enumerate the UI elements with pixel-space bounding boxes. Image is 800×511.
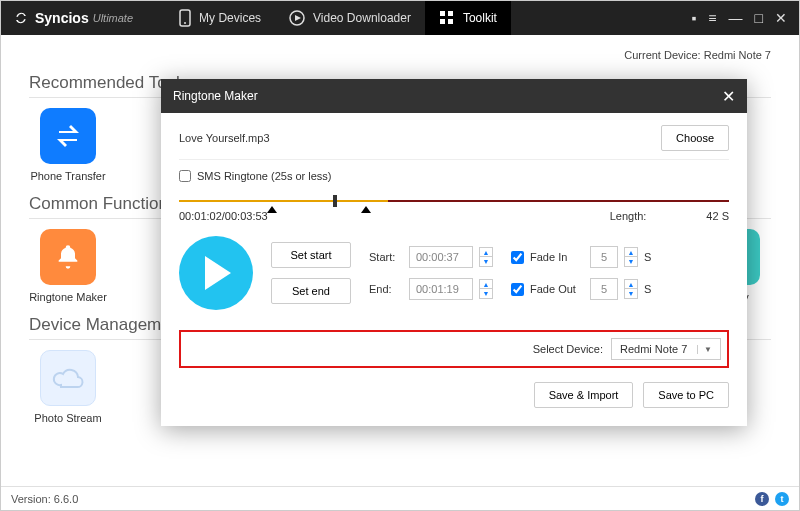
dialog-title: Ringtone Maker (173, 89, 258, 103)
svg-marker-3 (295, 15, 301, 21)
menu-icon[interactable]: ≡ (708, 10, 716, 26)
close-icon[interactable]: ✕ (722, 87, 735, 106)
chevron-up-icon[interactable]: ▲ (480, 280, 492, 289)
tile-ringtone-maker-label: Ringtone Maker (29, 291, 107, 303)
fade-out-checkbox[interactable]: Fade Out ▲▼ S (511, 278, 651, 300)
grid-icon (439, 10, 455, 26)
fade-in-spinner[interactable]: ▲▼ (624, 247, 638, 267)
bell-icon (40, 229, 96, 285)
svg-rect-6 (440, 19, 445, 24)
start-time-input[interactable] (409, 246, 473, 268)
select-device-value: Redmi Note 7 (620, 343, 687, 355)
seconds-unit: S (644, 283, 651, 295)
ringtone-maker-dialog: Ringtone Maker ✕ Love Yourself.mp3 Choos… (161, 79, 747, 426)
fade-out-label: Fade Out (530, 283, 584, 295)
svg-rect-5 (448, 11, 453, 16)
length-value: 42 S (706, 210, 729, 222)
window-controls: ▪ ≡ — □ ✕ (691, 10, 799, 26)
svg-marker-8 (205, 256, 231, 290)
play-icon (201, 256, 231, 290)
fade-in-label: Fade In (530, 251, 584, 263)
fade-in-seconds[interactable] (590, 246, 618, 268)
chevron-down-icon[interactable]: ▼ (480, 257, 492, 266)
tab-video-downloader-label: Video Downloader (313, 11, 411, 25)
choose-button[interactable]: Choose (661, 125, 729, 151)
chevron-up-icon[interactable]: ▲ (625, 280, 637, 289)
brand: Syncios Ultimate (1, 10, 145, 26)
select-device-row: Select Device: Redmi Note 7 ▼ (179, 330, 729, 368)
time-position: 00:01:02/00:03:53 (179, 210, 268, 222)
tile-phone-transfer[interactable]: Phone Transfer (29, 108, 107, 182)
svg-rect-4 (440, 11, 445, 16)
fade-in-input[interactable] (511, 251, 524, 264)
save-pc-button[interactable]: Save to PC (643, 382, 729, 408)
tab-my-devices[interactable]: My Devices (165, 1, 275, 35)
start-marker-icon[interactable] (267, 206, 277, 213)
tile-ringtone-maker[interactable]: Ringtone Maker (29, 229, 107, 303)
svg-rect-7 (448, 19, 453, 24)
current-device: Current Device: Redmi Note 7 (29, 49, 771, 61)
end-marker-icon[interactable] (361, 206, 371, 213)
sms-ringtone-label: SMS Ringtone (25s or less) (197, 170, 332, 182)
nav-tabs: My Devices Video Downloader Toolkit (165, 1, 511, 35)
dialog-header: Ringtone Maker ✕ (161, 79, 747, 113)
chevron-down-icon[interactable]: ▼ (625, 257, 637, 266)
chevron-down-icon[interactable]: ▼ (480, 289, 492, 298)
title-bar: Syncios Ultimate My Devices Video Downlo… (1, 1, 799, 35)
chevron-up-icon[interactable]: ▲ (625, 248, 637, 257)
syncios-logo-icon (13, 10, 29, 26)
cloud-icon (40, 350, 96, 406)
tab-toolkit-label: Toolkit (463, 11, 497, 25)
tab-toolkit[interactable]: Toolkit (425, 1, 511, 35)
tile-phone-transfer-label: Phone Transfer (29, 170, 107, 182)
phone-icon (179, 9, 191, 27)
tile-photo-stream-label: Photo Stream (29, 412, 107, 424)
select-device-label: Select Device: (533, 343, 603, 355)
version-label: Version: 6.6.0 (11, 493, 78, 505)
facebook-icon[interactable]: f (755, 492, 769, 506)
maximize-icon[interactable]: □ (755, 10, 763, 26)
end-label: End: (369, 283, 403, 295)
sms-ringtone-checkbox[interactable]: SMS Ringtone (25s or less) (179, 170, 332, 182)
fade-out-spinner[interactable]: ▲▼ (624, 279, 638, 299)
transfer-icon (40, 108, 96, 164)
tile-photo-stream[interactable]: Photo Stream (29, 350, 107, 424)
chat-icon[interactable]: ▪ (691, 10, 696, 26)
fade-out-seconds[interactable] (590, 278, 618, 300)
end-spinner[interactable]: ▲▼ (479, 279, 493, 299)
status-bar: Version: 6.6.0 f t (1, 486, 799, 510)
sms-ringtone-input[interactable] (179, 170, 191, 182)
seconds-unit: S (644, 251, 651, 263)
fade-out-input[interactable] (511, 283, 524, 296)
current-device-value: Redmi Note 7 (704, 49, 771, 61)
chevron-up-icon[interactable]: ▲ (480, 248, 492, 257)
select-device-dropdown[interactable]: Redmi Note 7 ▼ (611, 338, 721, 360)
twitter-icon[interactable]: t (775, 492, 789, 506)
chevron-down-icon[interactable]: ▼ (625, 289, 637, 298)
set-end-button[interactable]: Set end (271, 278, 351, 304)
length-label: Length: (610, 210, 647, 222)
file-name: Love Yourself.mp3 (179, 132, 270, 144)
tab-my-devices-label: My Devices (199, 11, 261, 25)
end-time-input[interactable] (409, 278, 473, 300)
range-handle-start[interactable] (333, 195, 337, 207)
current-device-label: Current Device: (624, 49, 700, 61)
brand-edition: Ultimate (93, 12, 133, 24)
fade-in-checkbox[interactable]: Fade In ▲▼ S (511, 246, 651, 268)
brand-name: Syncios (35, 10, 89, 26)
chevron-down-icon: ▼ (697, 345, 712, 354)
start-spinner[interactable]: ▲▼ (479, 247, 493, 267)
svg-point-1 (184, 22, 186, 24)
save-import-button[interactable]: Save & Import (534, 382, 634, 408)
tab-video-downloader[interactable]: Video Downloader (275, 1, 425, 35)
audio-track[interactable] (179, 198, 729, 204)
close-window-icon[interactable]: ✕ (775, 10, 787, 26)
minimize-icon[interactable]: — (729, 10, 743, 26)
play-button[interactable] (179, 236, 253, 310)
set-start-button[interactable]: Set start (271, 242, 351, 268)
play-circle-icon (289, 10, 305, 26)
start-label: Start: (369, 251, 403, 263)
